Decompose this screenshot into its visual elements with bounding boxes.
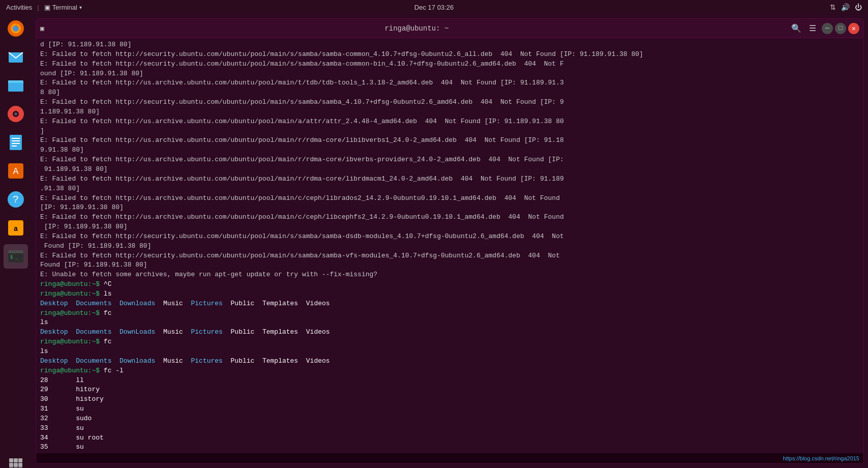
- os-topbar: Activities | ▣ Terminal ▾ Dec 17 03:26 ⇅…: [0, 0, 868, 14]
- output-line: 28 ll: [40, 376, 859, 386]
- svg-rect-10: [10, 135, 22, 150]
- topbar-divider: |: [37, 4, 39, 11]
- svg-rect-26: [18, 458, 22, 462]
- svg-text:$ _: $ _: [10, 254, 19, 259]
- output-line: 30 history: [40, 395, 859, 404]
- output-line: 29 hitory: [40, 385, 859, 395]
- output-line: 1.189.91.38 80]: [40, 107, 859, 117]
- sidebar-item-rhythmbox[interactable]: [4, 102, 28, 126]
- output-line: E: Failed to fetch http://us.archive.ubu…: [40, 155, 859, 165]
- output-line: E: Failed to fetch http://us.archive.ubu…: [40, 117, 859, 127]
- svg-rect-29: [18, 463, 22, 467]
- output-line: Desktop Documents Downloads Music Pictur…: [40, 299, 859, 309]
- sidebar-item-help[interactable]: ?: [4, 187, 28, 212]
- output-line: E: Failed to fetch http://us.archive.ubu…: [40, 174, 859, 184]
- svg-rect-24: [9, 458, 13, 462]
- topbar-datetime: Dec 17 03:26: [414, 4, 454, 11]
- terminal-topbar-name: Terminal: [52, 4, 77, 11]
- svg-rect-22: [8, 250, 23, 253]
- output-line: Found [IP: 91.189.91.38 80]: [40, 260, 859, 270]
- output-line: [IP: 91.189.91.38 80]: [40, 222, 859, 232]
- svg-text:?: ?: [13, 194, 19, 206]
- svg-point-2: [13, 25, 19, 32]
- output-line: Found [IP: 91.189.91.38 80]: [40, 242, 859, 251]
- main-content-area: ▣ ringa@ubuntu: ~ 🔍 ☰ ─ □ ✕ d [IP: 91.18…: [32, 14, 868, 468]
- output-line: E: Unable to fetch some archives, maybe …: [40, 270, 859, 280]
- output-line: [IP: 91.189.91.38 80]: [40, 203, 859, 213]
- titlebar-controls: 🔍 ☰ ─ □ ✕: [789, 21, 859, 36]
- sidebar-item-files[interactable]: [4, 73, 28, 98]
- output-line: ringa@ubuntu:~$ fc -l: [40, 366, 859, 376]
- output-line: d [IP: 91.189.91.38 80]: [40, 40, 859, 50]
- output-line: 34 su root: [40, 433, 859, 443]
- svg-rect-6: [8, 80, 14, 83]
- network-icon[interactable]: ⇅: [830, 3, 836, 11]
- output-line: ringa@ubuntu:~$ fc: [40, 309, 859, 318]
- terminal-dropdown-icon: ▾: [79, 5, 82, 10]
- svg-text:a: a: [14, 225, 18, 233]
- sidebar-item-writer[interactable]: [4, 130, 28, 155]
- minimize-button[interactable]: ─: [822, 23, 833, 34]
- terminal-icon: ▣: [40, 24, 44, 33]
- output-line: ringa@ubuntu:~$ fc: [40, 337, 859, 347]
- status-url: https://blog.csdn.net/ringa2015: [783, 455, 859, 461]
- output-line: E: Failed to fetch http://us.archive.ubu…: [40, 194, 859, 203]
- svg-rect-5: [8, 83, 23, 92]
- terminal-output[interactable]: d [IP: 91.189.91.38 80] E: Failed to fet…: [36, 38, 863, 453]
- output-line: 31 su: [40, 404, 859, 414]
- output-line: 32 sudo: [40, 414, 859, 424]
- svg-rect-25: [14, 458, 18, 462]
- output-line: 35 su: [40, 443, 859, 452]
- terminal-app-label[interactable]: ▣ Terminal ▾: [44, 4, 82, 11]
- terminal-window: ▣ ringa@ubuntu: ~ 🔍 ☰ ─ □ ✕ d [IP: 91.18…: [36, 18, 864, 464]
- terminal-titlebar: ▣ ringa@ubuntu: ~ 🔍 ☰ ─ □ ✕: [36, 19, 863, 38]
- topbar-left: Activities | ▣ Terminal ▾: [6, 4, 82, 11]
- activities-button[interactable]: Activities: [6, 4, 32, 11]
- output-line: E: Failed to fetch http://us.archive.ubu…: [40, 213, 859, 222]
- power-icon[interactable]: ⏻: [855, 3, 862, 11]
- output-line: 9.91.38 80]: [40, 145, 859, 155]
- output-line: 91.189.91.38 80]: [40, 165, 859, 174]
- sidebar-item-appstore[interactable]: A: [4, 159, 28, 183]
- output-line: E: Failed to fetch http://security.ubunt…: [40, 251, 859, 261]
- output-line: E: Failed to fetch http://security.ubunt…: [40, 50, 859, 60]
- terminal-title: ringa@ubuntu: ~: [44, 24, 789, 33]
- output-line: ls: [40, 318, 859, 328]
- sidebar-item-email[interactable]: [4, 45, 28, 69]
- output-line: ls: [40, 347, 859, 357]
- output-line: E: Failed to fetch http://security.ubunt…: [40, 98, 859, 107]
- output-line: 8 80]: [40, 88, 859, 98]
- status-bar: https://blog.csdn.net/ringa2015: [36, 453, 863, 463]
- svg-point-9: [14, 112, 17, 115]
- sidebar-item-terminal[interactable]: $ _: [4, 244, 28, 269]
- search-button[interactable]: 🔍: [789, 21, 803, 36]
- svg-rect-27: [9, 463, 13, 467]
- close-button[interactable]: ✕: [848, 23, 859, 34]
- output-line: ]: [40, 127, 859, 136]
- sidebar-item-amazon[interactable]: a: [4, 216, 28, 240]
- terminal-topbar-icon: ▣: [44, 4, 50, 11]
- output-line: E: Failed to fetch http://security.ubunt…: [40, 60, 859, 69]
- output-line: .91.38 80]: [40, 184, 859, 194]
- maximize-button[interactable]: □: [835, 23, 846, 34]
- svg-rect-28: [14, 463, 18, 467]
- titlebar-left: ▣: [40, 24, 44, 33]
- output-line: ound [IP: 91.189.91.38 80]: [40, 69, 859, 79]
- svg-text:A: A: [13, 166, 19, 177]
- application-sidebar: A ? a $ _: [0, 14, 32, 468]
- menu-button[interactable]: ☰: [805, 21, 820, 36]
- output-line: 33 su: [40, 424, 859, 433]
- output-line: ringa@ubuntu:~$ ls: [40, 289, 859, 299]
- output-line: E: Failed to fetch http://us.archive.ubu…: [40, 78, 859, 88]
- output-line: ringa@ubuntu:~$ ^C: [40, 280, 859, 289]
- sidebar-show-apps[interactable]: [4, 453, 28, 468]
- output-line: Desktop Documents Downloads Music Pictur…: [40, 357, 859, 366]
- topbar-right: ⇅ 🔊 ⏻: [830, 3, 862, 11]
- sidebar-item-firefox[interactable]: [4, 16, 28, 41]
- sound-icon[interactable]: 🔊: [841, 3, 850, 11]
- output-line: Desktop Documents DownLoads Music Pictur…: [40, 328, 859, 337]
- output-line: E: Failed to fetch http://security.ubunt…: [40, 232, 859, 242]
- output-line: E: Failed to fetch http://us.archive.ubu…: [40, 136, 859, 145]
